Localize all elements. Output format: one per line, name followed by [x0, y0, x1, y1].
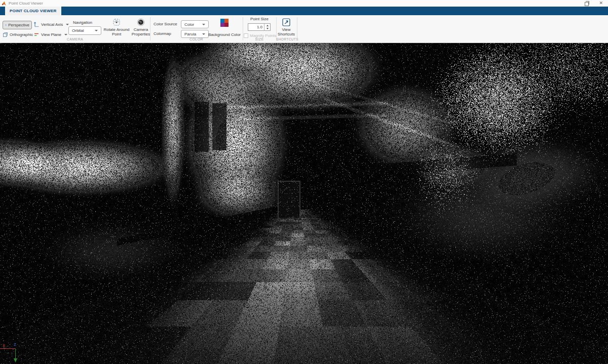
rotate-around-point-icon: [112, 18, 121, 26]
navigation-label: Navigation: [63, 20, 102, 25]
point-size-decrement-button[interactable]: [264, 27, 270, 31]
camera-properties-label-2: Properties: [132, 32, 150, 36]
ribbon-toolbar: Perspective Orthographic Vertical Axis V…: [0, 15, 608, 43]
viewport: [0, 43, 608, 364]
navigation-value: Orbital: [72, 28, 84, 33]
view-plane-icon: [33, 31, 40, 37]
matlab-logo-icon: [2, 1, 7, 6]
orthographic-icon: [3, 32, 8, 37]
camera-properties-icon: [137, 18, 145, 26]
perspective-label: Perspective: [8, 23, 29, 27]
camera-properties-label-1: Camera: [134, 27, 148, 32]
point-size-spinner[interactable]: 1.0: [248, 23, 271, 31]
size-section-label: SIZE: [243, 37, 276, 41]
titlebar: Point Cloud Viewer ✕: [0, 0, 608, 7]
chevron-down-icon: [64, 34, 67, 35]
colormap-value: Parula: [184, 32, 196, 36]
background-color-icon: [220, 19, 229, 27]
color-section-label: COLOR: [150, 37, 243, 41]
swatch-purple: [220, 23, 224, 27]
camera-section-label: CAMERA: [0, 37, 150, 41]
perspective-button[interactable]: Perspective: [3, 21, 32, 29]
view-shortcuts-icon: [282, 18, 290, 26]
tab-point-cloud-viewer[interactable]: POINT CLOUD VIEWER: [5, 7, 61, 15]
spin-down-icon: [267, 28, 269, 29]
navigation-combobox[interactable]: Orbital: [68, 26, 101, 35]
ribbon-tabstrip: POINT CLOUD VIEWER: [0, 7, 608, 15]
background-color-label: Background Color: [208, 32, 241, 37]
color-source-value: Color: [184, 22, 194, 27]
window-title: Point Cloud Viewer: [9, 0, 43, 7]
vertical-axis-label: Vertical Axis: [41, 22, 63, 27]
orthographic-label: Orthographic: [10, 32, 33, 37]
point-cloud-canvas[interactable]: [0, 43, 608, 364]
point-size-input[interactable]: 1.0: [248, 24, 264, 30]
chevron-down-icon: [95, 30, 98, 31]
group-divider: [297, 17, 297, 41]
colormap-label: Colormap: [154, 31, 171, 36]
camera-properties-button[interactable]: Camera Properties: [130, 18, 152, 36]
background-color-button[interactable]: Background Color: [204, 19, 245, 37]
view-plane-dropdown[interactable]: View Plane: [33, 31, 67, 38]
view-shortcuts-label-1: View: [282, 27, 290, 32]
vertical-axis-icon: [33, 21, 40, 27]
close-window-button[interactable]: ✕: [599, 0, 603, 7]
swatch-blue: [220, 19, 224, 23]
rotate-around-point-button[interactable]: Rotate Around Point: [103, 18, 130, 36]
view-shortcuts-button[interactable]: View Shortcuts: [277, 18, 296, 36]
swatch-red: [224, 23, 229, 27]
view-shortcuts-label-2: Shortcuts: [278, 32, 295, 36]
shortcuts-section-label: SHORTCUTS: [276, 37, 297, 41]
view-plane-label: View Plane: [41, 32, 61, 37]
swatch-orange: [224, 19, 229, 23]
point-size-label: Point Size: [243, 17, 276, 21]
perspective-icon: [5, 22, 7, 28]
spin-up-icon: [267, 25, 269, 26]
color-source-label: Color Source: [154, 22, 177, 26]
rotate-around-point-label-1: Rotate Around: [103, 27, 129, 32]
point-cloud-viewer-window: Point Cloud Viewer ✕ POINT CLOUD VIEWER …: [0, 0, 608, 364]
rotate-around-point-label-2: Point: [112, 32, 121, 36]
